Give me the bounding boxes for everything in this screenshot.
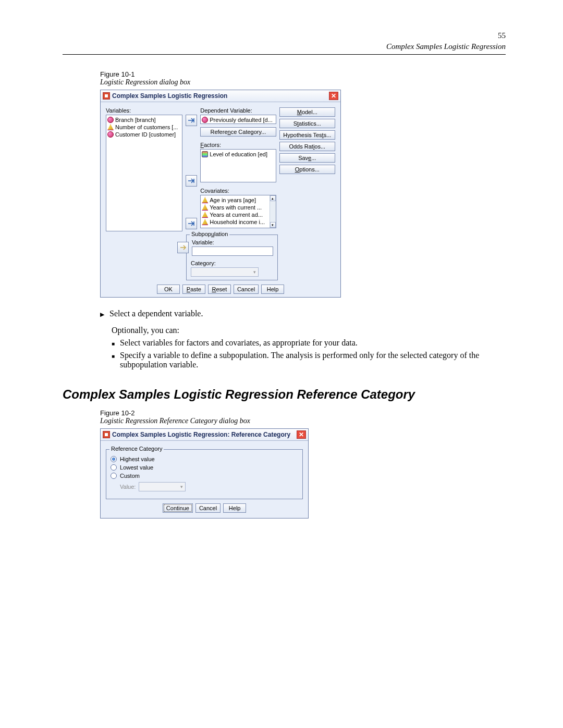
subpop-variable-label: Variable: (192, 239, 273, 245)
scrollbar[interactable]: ▴▾ (270, 195, 276, 228)
dependent-field[interactable]: Previously defaulted [d... (200, 115, 276, 124)
radio-lowest[interactable]: Lowest value (111, 464, 298, 471)
paste-button[interactable]: Paste (182, 285, 205, 294)
cancel-button[interactable]: Cancel (234, 285, 259, 294)
list-item-label: Number of customers [... (115, 124, 178, 130)
reference-category-button[interactable]: Reference Category... (200, 127, 276, 137)
radio-icon (111, 456, 117, 462)
reset-button[interactable]: Reset (208, 285, 231, 294)
scale-icon (202, 212, 208, 218)
ordinal-icon (202, 151, 208, 157)
scale-icon (202, 197, 208, 203)
dialog-title: Complex Samples Logistic Regression (112, 92, 227, 100)
figure1-caption: Logistic Regression dialog box (100, 78, 506, 87)
radio-highest[interactable]: Highest value (111, 456, 298, 462)
page-number: 55 (63, 31, 506, 40)
step-text: Select a dependent variable. (109, 309, 203, 318)
nominal-icon (107, 131, 114, 138)
square-bullet-icon (112, 338, 115, 348)
hypothesis-tests-button[interactable]: Hypothesis Tests... (279, 130, 335, 140)
nominal-icon (107, 117, 114, 123)
list-item-label: Household income i... (210, 219, 265, 225)
step-item: Select a dependent variable. (100, 309, 506, 318)
value-label: Value: (120, 484, 136, 490)
bullet-item: Specify a variable to define a subpopula… (112, 351, 506, 369)
optional-text: Optionally, you can: (112, 326, 506, 335)
bullet-item: Select variables for factors and covaria… (112, 338, 506, 348)
scroll-down-icon[interactable]: ▾ (270, 222, 276, 228)
subpop-variable-input[interactable] (192, 246, 273, 256)
dependent-value: Previously defaulted [d... (210, 117, 272, 123)
list-item[interactable]: Years at current ad... (202, 211, 274, 218)
scale-icon (202, 204, 208, 211)
figure1-label: Figure 10-1 (100, 70, 506, 78)
odds-ratios-button[interactable]: Odds Ratios... (279, 142, 335, 151)
subpopulation-legend: Subpopulation (190, 231, 229, 237)
list-item[interactable]: Household income i... (202, 218, 274, 226)
factors-label: Factors: (200, 142, 276, 148)
list-item[interactable]: Branch [branch] (107, 116, 181, 124)
bullet-text: Specify a variable to define a subpopula… (120, 351, 506, 369)
dialog-reference-category: Complex Samples Logistic Regression: Ref… (100, 428, 309, 519)
move-dependent-button[interactable] (186, 115, 197, 126)
nominal-icon (202, 117, 208, 123)
header-rule (63, 54, 506, 55)
continue-button[interactable]: Continue (163, 503, 193, 513)
scroll-up-icon[interactable]: ▴ (270, 195, 276, 201)
list-item[interactable]: Customer ID [customer] (107, 131, 181, 138)
radio-icon (111, 464, 117, 471)
move-covariates-button[interactable] (186, 218, 197, 229)
help-button[interactable]: Help (223, 503, 246, 513)
radio-custom[interactable]: Custom (111, 473, 298, 479)
variables-label: Variables: (106, 107, 182, 114)
cancel-button[interactable]: Cancel (195, 503, 221, 513)
value-dropdown (139, 482, 186, 491)
dialog-title: Complex Samples Logistic Regression: Ref… (112, 431, 290, 438)
dialog-logistic-regression: Complex Samples Logistic Regression ✕ Va… (100, 90, 341, 298)
move-subpop-button[interactable] (177, 242, 189, 253)
list-item[interactable]: Number of customers [... (107, 124, 181, 131)
list-item[interactable]: Years with current ... (202, 204, 274, 211)
list-item[interactable]: Age in years [age] (202, 196, 274, 204)
model-button[interactable]: Model... (279, 107, 335, 117)
covariates-listbox[interactable]: Age in years [age] Years with current ..… (200, 195, 276, 228)
list-item-label: Customer ID [customer] (115, 131, 176, 138)
section-heading: Complex Samples Logistic Regression Refe… (63, 387, 506, 402)
subpop-category-label: Category: (191, 260, 273, 266)
refcat-legend: Reference Category (109, 446, 164, 452)
square-bullet-icon (112, 351, 115, 369)
radio-icon (111, 473, 117, 479)
statistics-button[interactable]: Statistics... (279, 119, 335, 128)
figure2-caption: Logistic Regression Reference Category d… (100, 417, 506, 425)
chapter-header: Complex Samples Logistic Regression (63, 42, 506, 51)
save-button[interactable]: Save... (279, 153, 335, 163)
scale-icon (107, 124, 114, 130)
close-icon[interactable]: ✕ (329, 92, 338, 100)
list-item[interactable]: Level of education [ed] (202, 151, 274, 158)
app-icon (103, 92, 110, 100)
subpop-category-dropdown[interactable] (191, 267, 259, 277)
move-factors-button[interactable] (186, 175, 197, 187)
subpopulation-fieldset: Subpopulation Variable: Category: (186, 235, 278, 280)
title-bar: Complex Samples Logistic Regression: Ref… (101, 429, 308, 441)
title-bar: Complex Samples Logistic Regression ✕ (101, 90, 340, 102)
reference-category-fieldset: Reference Category Highest value Lowest … (106, 449, 303, 499)
list-item-label: Level of education [ed] (210, 151, 267, 157)
triangle-bullet-icon (100, 309, 104, 318)
dependent-label: Dependent Variable: (200, 107, 276, 114)
figure2-label: Figure 10-2 (100, 409, 506, 417)
help-button[interactable]: Help (261, 285, 284, 294)
close-icon[interactable]: ✕ (297, 430, 306, 439)
factors-listbox[interactable]: Level of education [ed] (200, 149, 276, 182)
options-button[interactable]: Options... (279, 165, 335, 174)
list-item-label: Years with current ... (210, 204, 262, 211)
bullet-text: Select variables for factors and covaria… (120, 338, 358, 348)
covariates-label: Covariates: (200, 188, 276, 194)
list-item-label: Years at current ad... (210, 212, 263, 218)
app-icon (103, 431, 110, 438)
ok-button[interactable]: OK (157, 285, 180, 294)
list-item-label: Age in years [age] (210, 197, 256, 203)
scale-icon (202, 219, 208, 225)
variables-listbox[interactable]: Branch [branch] Number of customers [...… (106, 115, 182, 231)
list-item-label: Branch [branch] (115, 117, 156, 123)
